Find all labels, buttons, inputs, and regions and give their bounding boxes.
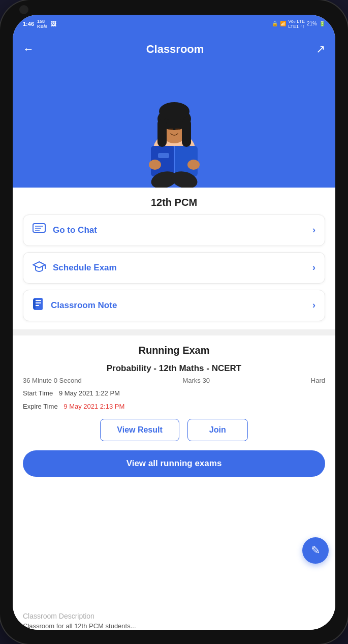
hero-section <box>13 66 335 188</box>
start-time-row: Start Time 9 May 2021 1:22 PM <box>23 388 325 397</box>
exam-duration: 36 Minute 0 Second <box>23 377 82 384</box>
expire-time-label: Expire Time <box>23 403 61 410</box>
view-all-exams-button[interactable]: View all running exams <box>23 450 325 477</box>
top-nav: ← Classroom ↗ <box>13 33 335 66</box>
graduation-icon <box>33 261 46 275</box>
svg-marker-22 <box>33 262 45 268</box>
svg-rect-25 <box>35 300 41 301</box>
classroom-note-button[interactable]: Classroom Note › <box>23 290 325 321</box>
exam-difficulty: Hard <box>311 377 325 384</box>
exam-marks: Marks 30 <box>182 377 209 384</box>
classroom-note-label: Classroom Note <box>51 300 117 311</box>
note-icon <box>33 297 44 314</box>
svg-rect-28 <box>33 299 36 309</box>
svg-rect-12 <box>182 119 191 147</box>
status-signal-icon: Vo₀ LTELTE1 ↑↑ <box>288 19 305 29</box>
classroom-description-section: Classroom Description Classroom for all … <box>13 605 335 630</box>
status-data: 158KB/s <box>37 19 48 29</box>
phone-screen: 1:46 158KB/s 🖼 🔒 📶 Vo₀ LTELTE1 ↑↑ 21% 🔋 … <box>13 15 335 630</box>
exam-meta-row: 36 Minute 0 Second Marks 30 Hard <box>23 377 325 384</box>
svg-rect-6 <box>158 153 169 158</box>
schedule-exam-label: Schedule Exam <box>53 263 117 273</box>
camera-notch <box>19 5 28 14</box>
classroom-description-label: Classroom Description <box>23 612 325 620</box>
schedule-exam-button[interactable]: Schedule Exam › <box>23 252 325 284</box>
classroom-description-text: Classroom for all 12th PCM students... <box>23 622 325 630</box>
status-battery-icon: 🔋 <box>319 21 325 26</box>
svg-rect-11 <box>157 119 167 147</box>
phone-shell: 1:46 158KB/s 🖼 🔒 📶 Vo₀ LTELTE1 ↑↑ 21% 🔋 … <box>0 0 348 644</box>
exam-name: Probability - 12th Maths - NCERT <box>23 363 325 374</box>
running-exam-section: Running Exam Probability - 12th Maths - … <box>13 335 335 605</box>
page-title: Classroom <box>146 43 204 56</box>
running-exam-title: Running Exam <box>23 345 325 356</box>
section-divider <box>13 329 335 335</box>
classroom-name: 12th PCM <box>13 188 335 212</box>
start-time-value: 9 May 2021 1:22 PM <box>59 389 120 397</box>
svg-rect-26 <box>35 302 41 303</box>
back-button[interactable]: ← <box>23 43 34 56</box>
start-time-label: Start Time <box>23 389 56 397</box>
go-to-chat-button[interactable]: Go to Chat › <box>23 214 325 246</box>
status-battery: 21% <box>307 21 317 26</box>
svg-point-8 <box>187 160 200 170</box>
expire-time-value: 9 May 2021 2:13 PM <box>64 403 124 410</box>
chat-icon <box>33 223 46 237</box>
go-to-chat-chevron: › <box>312 225 315 235</box>
svg-rect-27 <box>35 305 39 306</box>
schedule-exam-chevron: › <box>312 262 315 273</box>
join-button[interactable]: Join <box>187 419 248 441</box>
view-result-button[interactable]: View Result <box>100 419 179 441</box>
fab-edit-button[interactable]: ✎ <box>302 537 329 564</box>
svg-point-13 <box>159 102 189 120</box>
action-list: Go to Chat › Schedule Exam › <box>13 212 335 329</box>
share-button[interactable]: ↗ <box>316 43 325 56</box>
classroom-note-chevron: › <box>312 300 315 311</box>
go-to-chat-label: Go to Chat <box>53 225 97 235</box>
hero-illustration <box>129 71 220 188</box>
status-image-icon: 🖼 <box>51 21 56 27</box>
edit-icon: ✎ <box>311 544 320 557</box>
status-bar: 1:46 158KB/s 🖼 🔒 📶 Vo₀ LTELTE1 ↑↑ 21% 🔋 <box>13 15 335 33</box>
status-lock-icon: 🔒 <box>272 21 278 26</box>
status-wifi-icon: 📶 <box>280 21 286 26</box>
exam-actions: View Result Join <box>23 419 325 441</box>
svg-point-7 <box>149 160 161 170</box>
expire-time-row: Expire Time 9 May 2021 2:13 PM <box>23 402 325 411</box>
status-time: 1:46 <box>23 21 34 27</box>
